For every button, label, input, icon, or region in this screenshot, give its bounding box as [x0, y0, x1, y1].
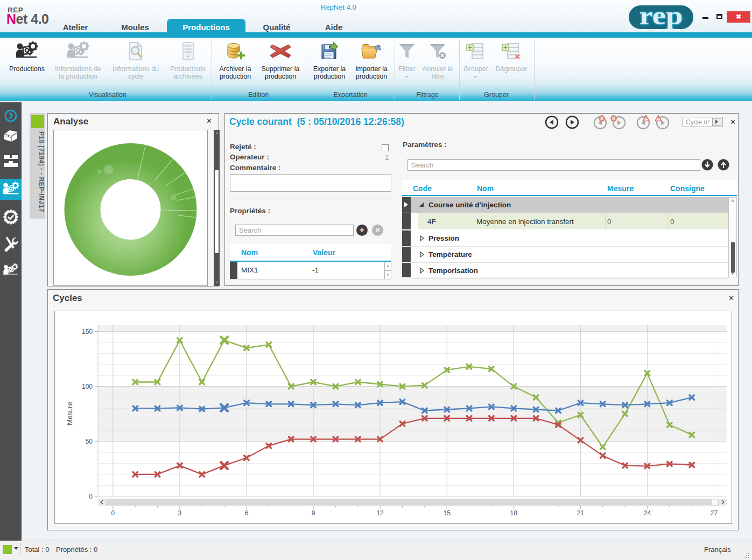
svg-text:9: 9	[312, 509, 315, 517]
svg-text:27: 27	[711, 509, 718, 517]
svg-text:12: 12	[376, 509, 384, 517]
svg-text:100: 100	[82, 383, 93, 390]
svg-text:Mesure: Mesure	[66, 402, 74, 425]
svg-text:21: 21	[577, 509, 585, 517]
svg-text:50: 50	[86, 438, 93, 445]
svg-text:6: 6	[245, 509, 249, 517]
svg-text:0: 0	[111, 509, 115, 517]
svg-text:15: 15	[444, 509, 451, 517]
svg-text:24: 24	[644, 509, 651, 517]
svg-text:3: 3	[178, 509, 182, 517]
svg-text:0: 0	[89, 493, 93, 500]
svg-text:150: 150	[82, 328, 93, 335]
svg-text:18: 18	[510, 509, 518, 517]
